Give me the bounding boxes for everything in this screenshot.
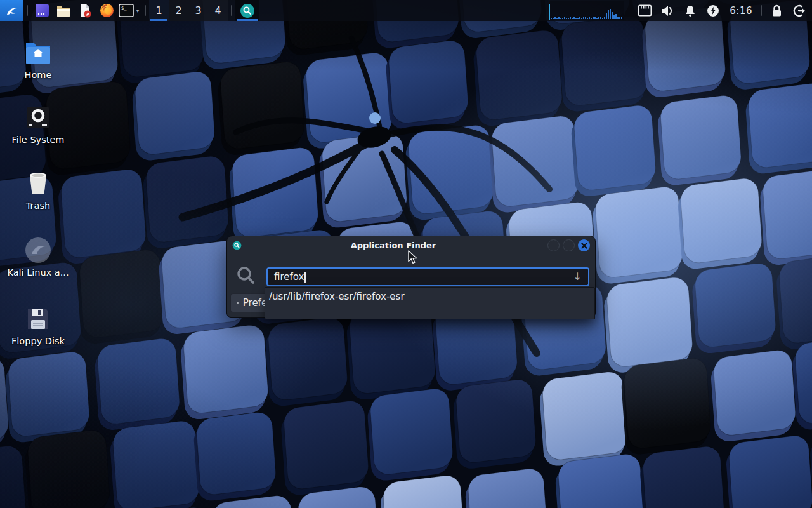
cpu-history-bar [560,18,561,19]
cpu-history-bar [568,18,569,19]
trash-icon [5,169,71,198]
cpu-history-bar [570,17,571,19]
cpu-history-bar [585,17,586,19]
document-edit-icon [77,3,93,18]
close-icon [581,243,587,249]
panel-separator [231,5,232,16]
clock[interactable]: 6:16 [724,5,757,17]
cpu-history-bar [583,17,584,19]
cpu-history-bar [564,17,565,19]
gear-icon [237,298,239,308]
cpu-history-bar [556,18,558,19]
volume-icon [660,4,674,17]
search-input-value: firefox [274,271,304,283]
active-underline [237,19,258,21]
cpu-history-bar [566,18,567,19]
text-caret [304,272,306,283]
desktop-icon [35,3,49,18]
cpu-history-bar [581,18,582,19]
cpu-history-bar [577,18,579,19]
workspace-button-2[interactable]: 2 [169,0,188,21]
launcher-text-editor[interactable] [74,0,96,21]
terminal-dropdown-chevron[interactable]: ▾ [134,0,141,21]
panel-separator [145,5,146,16]
panel-separator [27,5,28,16]
cpu-history-bar [553,18,554,19]
workspace-button-4[interactable]: 4 [208,0,228,21]
desktop-icon-label: File System [5,135,71,145]
kali-desktop: HomeFile SystemTrashKali Linux a...Flopp… [0,0,812,508]
folder-icon [56,3,71,18]
workspace-button-1[interactable]: 1 [149,0,169,21]
power-manager-tray-button[interactable] [702,0,724,21]
cpu-history-bar [604,17,605,19]
desktop-icon-home[interactable]: Home [5,38,71,80]
notifications-icon [684,4,697,17]
svg-text:$_: $_ [121,6,127,11]
lock-screen-button[interactable] [765,0,788,21]
launcher-file-manager[interactable] [53,0,74,21]
cpu-history-bar [587,18,588,19]
launcher-firefox[interactable] [96,0,117,21]
desktop-icon-label: Floppy Disk [5,336,71,346]
cpu-history-bar [598,17,599,19]
cpu-history-bar [617,17,619,19]
desktop-icon-trash[interactable]: Trash [5,169,71,211]
kali-ghost-icon [5,236,71,265]
firefox-icon [100,3,114,18]
network-tray-button[interactable] [633,0,656,21]
cpu-history-bar [589,17,590,19]
applications-menu-button[interactable] [0,0,23,21]
launcher-terminal[interactable]: $_ [117,0,135,21]
kali-dragon-icon [4,3,20,18]
workspace-button-3[interactable]: 3 [188,0,208,21]
cpu-history-bar [619,17,620,19]
cpu-history-bar [608,10,609,19]
drive-icon [5,103,71,132]
cpu-history-bar [610,9,611,19]
desktop-icon-kali-linux-a[interactable]: Kali Linux a... [5,236,71,277]
top-panel: $_ ▾ 1234 [0,0,812,21]
close-button[interactable] [578,239,590,251]
maximize-button[interactable] [563,239,575,251]
mouse-cursor [407,250,419,264]
cpu-history-bar [562,18,563,19]
appfinder-panel-button[interactable] [235,0,259,21]
desktop-icon-floppy-disk[interactable]: Floppy Disk [5,304,71,346]
search-icon-large [235,265,256,286]
cpu-history-bar [613,15,615,19]
cpu-history-bar [593,17,594,19]
volume-tray-button[interactable] [656,0,679,21]
desktop-icon-label: Trash [5,201,71,211]
cpu-history-bar [558,17,560,19]
cpu-history-bar [575,18,577,19]
workspace-switcher: 1234 [149,0,228,21]
desktop-icon-label: Home [5,70,71,80]
cpu-history-bar [594,17,596,19]
floppy-icon [5,304,71,333]
launcher-show-desktop[interactable] [31,0,53,21]
cpu-graph[interactable] [549,1,624,20]
cpu-history-bar [602,18,603,19]
panel-separator [761,5,762,16]
cpu-history-bar [551,18,552,19]
search-input[interactable]: firefox ↓ [266,267,589,286]
window-title: Application Finder [227,241,560,250]
notifications-tray-button[interactable] [679,0,702,21]
cpu-history-bar [579,17,580,19]
minimize-button[interactable] [547,239,560,251]
cpu-history-bar [621,17,622,19]
completion-item[interactable]: /usr/lib/firefox-esr/firefox-esr [265,288,594,305]
logout-button[interactable] [788,0,811,21]
cpu-history-bar [615,14,617,19]
cpu-history-bar [572,18,573,19]
desktop-icon-file-system[interactable]: File System [5,103,71,145]
dropdown-arrow-icon[interactable]: ↓ [573,272,582,282]
search-icon [240,3,255,18]
cpu-history-bar [573,17,575,19]
cpu-history-bar [606,13,607,19]
home-folder-icon [5,38,71,67]
terminal-icon: $_ [119,4,134,17]
cpu-current-bar [549,4,550,20]
active-underline [150,19,167,21]
